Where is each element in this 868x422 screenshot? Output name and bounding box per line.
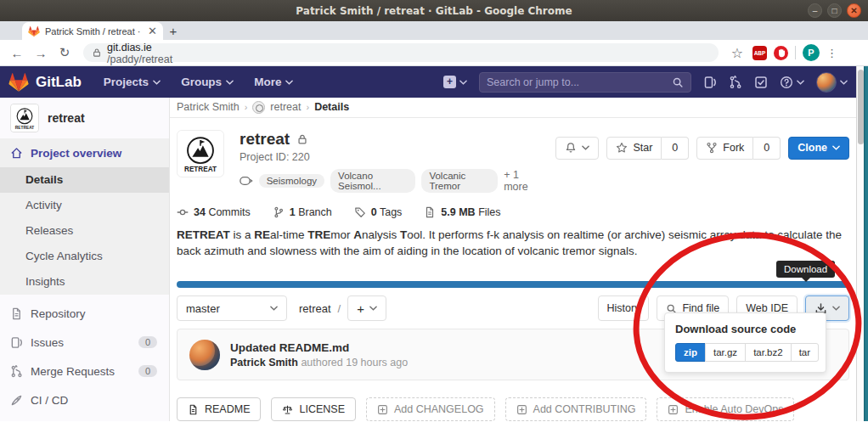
commit-author: Patrick Smith bbox=[230, 357, 298, 369]
clone-button[interactable]: Clone bbox=[788, 137, 849, 160]
star-button[interactable]: Star bbox=[606, 137, 662, 160]
project-id: Project ID: 220 bbox=[240, 151, 540, 163]
todos-icon[interactable] bbox=[754, 76, 768, 89]
issues-icon[interactable] bbox=[703, 76, 717, 89]
notifications-button[interactable] bbox=[555, 137, 599, 160]
sidebar-item-cycle-analytics[interactable]: Cycle Analytics bbox=[0, 244, 169, 269]
add-contributing-link[interactable]: Add CONTRIBUTING bbox=[505, 397, 647, 421]
address-bar[interactable]: git.dias.ie/paddy/retreat bbox=[83, 43, 719, 62]
branches-stat[interactable]: 1 Branch bbox=[273, 206, 332, 218]
download-tar-button[interactable]: tar bbox=[791, 343, 819, 362]
user-avatar bbox=[816, 72, 837, 93]
tags-more-link[interactable]: + 1 more bbox=[504, 169, 540, 193]
add-changelog-link[interactable]: Add CHANGELOG bbox=[366, 397, 495, 421]
breadcrumb-project[interactable]: retreat bbox=[270, 101, 301, 113]
download-tooltip: Download bbox=[776, 261, 835, 278]
lock-icon bbox=[92, 48, 102, 58]
merge-requests-icon[interactable] bbox=[729, 76, 742, 89]
download-zip-button[interactable]: zip bbox=[675, 343, 706, 362]
sidebar-item-insights[interactable]: Insights bbox=[0, 269, 169, 295]
sidebar-item-activity[interactable]: Activity bbox=[0, 193, 169, 218]
chevron-down-icon bbox=[459, 80, 467, 85]
back-icon[interactable]: ← bbox=[8, 46, 25, 60]
document-icon bbox=[188, 404, 199, 415]
files-stat[interactable]: 5.9 MB Files bbox=[424, 206, 500, 218]
history-button[interactable]: History bbox=[598, 295, 650, 321]
new-tab-button[interactable]: + bbox=[163, 23, 183, 40]
fork-button[interactable]: Fork bbox=[696, 137, 753, 160]
commit-message[interactable]: Updated README.md bbox=[230, 341, 408, 354]
repository-language-bar[interactable] bbox=[177, 281, 849, 288]
forward-icon[interactable]: → bbox=[32, 46, 49, 60]
window-minimize-button[interactable]: – bbox=[808, 3, 822, 18]
chevron-down-icon bbox=[285, 80, 293, 85]
repo-root-link[interactable]: retreat bbox=[299, 302, 331, 315]
chevron-down-icon bbox=[226, 80, 234, 85]
issues-icon bbox=[10, 336, 23, 349]
chrome-profile-avatar[interactable]: P bbox=[803, 44, 820, 61]
page-scrollbar[interactable] bbox=[856, 66, 864, 421]
add-icon bbox=[516, 404, 527, 415]
help-menu[interactable] bbox=[780, 76, 804, 89]
download-tar-bz2-button[interactable]: tar.bz2 bbox=[745, 343, 792, 362]
sidebar-item-issues[interactable]: Issues 0 bbox=[0, 328, 169, 357]
tags-stat[interactable]: 0 Tags bbox=[354, 206, 403, 218]
nav-menu-more[interactable]: More bbox=[245, 70, 302, 93]
tab-close-icon[interactable]: ✕ bbox=[148, 25, 157, 37]
window-maximize-button[interactable]: □ bbox=[827, 3, 842, 18]
global-search[interactable] bbox=[479, 72, 691, 93]
bell-icon bbox=[565, 142, 577, 154]
sidebar-item-ci-cd[interactable]: CI / CD bbox=[0, 385, 169, 414]
chevron-down-icon bbox=[797, 80, 804, 85]
hand-blocker-extension-icon[interactable] bbox=[774, 46, 788, 60]
search-input[interactable] bbox=[487, 76, 672, 88]
url-path: /paddy/retreat bbox=[107, 53, 172, 65]
nav-menu-groups[interactable]: Groups bbox=[172, 70, 242, 93]
star-icon bbox=[616, 142, 628, 154]
star-count[interactable]: 0 bbox=[662, 137, 689, 160]
home-icon bbox=[10, 147, 23, 160]
topic-tag[interactable]: Volcanic Tremor bbox=[421, 169, 498, 193]
license-link[interactable]: LICENSE bbox=[271, 397, 356, 421]
sidebar-item-project-overview[interactable]: Project overview bbox=[0, 138, 169, 167]
breadcrumb-user[interactable]: Patrick Smith bbox=[177, 101, 240, 113]
sidebar-item-merge-requests[interactable]: Merge Requests 0 bbox=[0, 357, 169, 385]
window-close-button[interactable]: ✕ bbox=[847, 3, 861, 18]
gitlab-favicon bbox=[28, 25, 40, 37]
download-tar-gz-button[interactable]: tar.gz bbox=[705, 343, 746, 362]
scrollbar-thumb[interactable] bbox=[858, 70, 864, 144]
gitlab-logo[interactable]: GitLab bbox=[8, 72, 82, 93]
window-titlebar: Patrick Smith / retreat · GitLab - Googl… bbox=[0, 0, 868, 21]
merge-requests-count-badge: 0 bbox=[138, 365, 157, 377]
user-menu[interactable] bbox=[816, 72, 848, 93]
download-dropdown-title: Download source code bbox=[675, 323, 815, 335]
fork-count[interactable]: 0 bbox=[753, 137, 781, 160]
enable-auto-devops-link[interactable]: Enable Auto DevOps bbox=[657, 397, 794, 421]
reload-icon[interactable]: ↻ bbox=[56, 45, 73, 60]
chrome-menu-icon[interactable]: ⋮ bbox=[826, 47, 837, 59]
chevron-down-icon bbox=[369, 306, 377, 311]
label-icon bbox=[240, 176, 253, 186]
commit-icon bbox=[177, 206, 189, 218]
chevron-down-icon bbox=[582, 145, 589, 150]
add-file-button[interactable]: + bbox=[347, 295, 386, 321]
branch-selector[interactable]: master bbox=[177, 295, 287, 321]
browser-tab[interactable]: Patrick Smith / retreat · Gi ✕ bbox=[22, 22, 163, 40]
bookmark-star-icon[interactable]: ☆ bbox=[729, 45, 746, 61]
gitlab-navbar: GitLab Projects Groups More + bbox=[0, 66, 856, 98]
search-icon bbox=[672, 76, 684, 88]
plus-icon: + bbox=[443, 76, 456, 88]
topic-tag[interactable]: Volcano Seismol... bbox=[330, 169, 415, 193]
sidebar-project-header[interactable]: retreat bbox=[0, 98, 169, 138]
new-item-menu[interactable]: + bbox=[443, 76, 467, 88]
adblock-extension-icon[interactable]: ABP bbox=[752, 46, 767, 60]
sidebar-item-repository[interactable]: Repository bbox=[0, 299, 169, 328]
chevron-down-icon bbox=[832, 145, 840, 150]
nav-menu-projects[interactable]: Projects bbox=[95, 70, 169, 93]
scale-icon bbox=[282, 404, 293, 415]
topic-tag[interactable]: Seismology bbox=[259, 174, 324, 188]
sidebar-item-releases[interactable]: Releases bbox=[0, 218, 169, 244]
commits-stat[interactable]: 34 Commits bbox=[177, 206, 251, 218]
readme-link[interactable]: README bbox=[177, 397, 261, 421]
sidebar-item-details[interactable]: Details bbox=[0, 167, 169, 193]
